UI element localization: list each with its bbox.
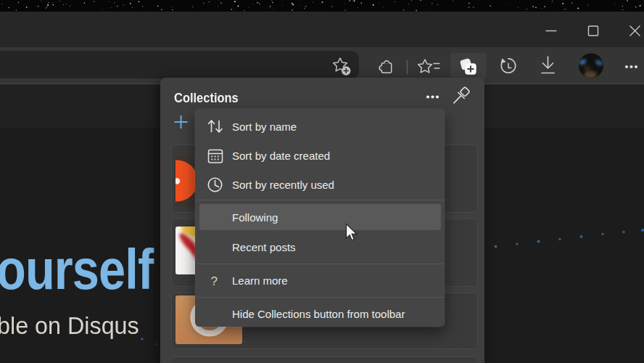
svg-text:?: ? (211, 274, 218, 288)
